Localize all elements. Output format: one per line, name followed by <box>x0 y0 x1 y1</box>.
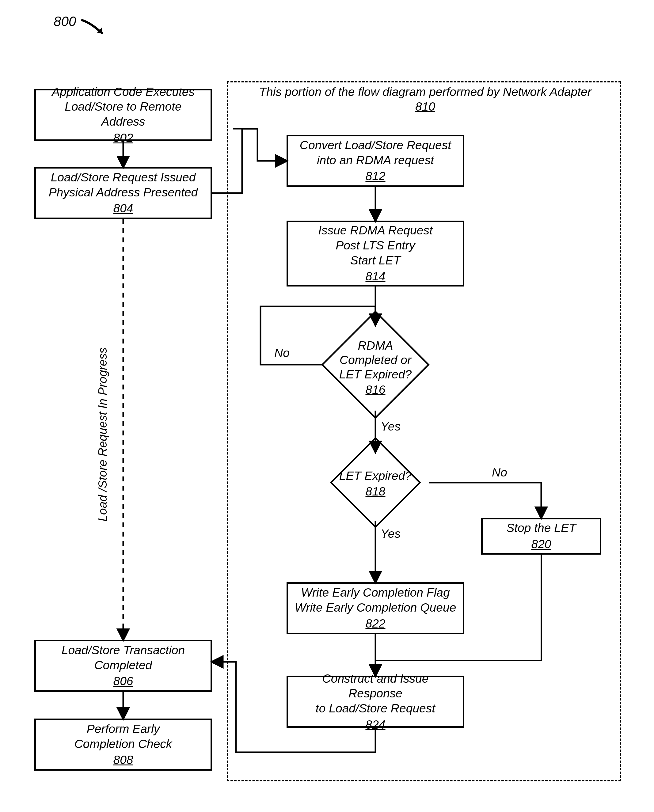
node-814-line3: Start LET <box>350 253 401 268</box>
node-822: Write Early Completion Flag Write Early … <box>287 582 464 634</box>
node-816-line3: LET Expired? <box>339 368 412 381</box>
node-818: LET Expired? 818 <box>306 443 445 522</box>
node-814-line2: Post LTS Entry <box>336 238 415 253</box>
node-820-ref: 820 <box>531 537 551 552</box>
node-814: Issue RDMA Request Post LTS Entry Start … <box>287 221 464 287</box>
node-814-ref: 814 <box>365 269 385 284</box>
node-808: Perform Early Completion Check 808 <box>34 719 212 771</box>
progress-side-label: Load /Store Request In Progress <box>96 338 109 522</box>
network-adapter-region-title: This portion of the flow diagram perform… <box>245 85 605 113</box>
node-814-line1: Issue RDMA Request <box>318 223 433 238</box>
node-816-line1: RDMA <box>358 339 393 352</box>
node-804-line1: Load/Store Request Issued <box>51 170 196 185</box>
node-802-line1: Application Code Executes <box>52 85 195 99</box>
edge-818-yes-label: Yes <box>380 527 400 540</box>
node-812: Convert Load/Store Request into an RDMA … <box>287 135 464 187</box>
node-806-line2: Completed <box>95 658 152 673</box>
node-816: RDMA Completed or LET Expired? 816 <box>306 316 445 414</box>
node-812-ref: 812 <box>365 169 385 184</box>
node-804-line2: Physical Address Presented <box>49 185 198 200</box>
node-806: Load/Store Transaction Completed 806 <box>34 640 212 692</box>
node-824-line2: to Load/Store Request <box>316 701 435 716</box>
node-818-line1: LET Expired? <box>339 469 412 482</box>
node-822-line2: Write Early Completion Queue <box>295 600 456 615</box>
node-808-line1: Perform Early <box>87 722 160 737</box>
network-adapter-region-title-text: This portion of the flow diagram perform… <box>259 85 591 98</box>
node-808-line2: Completion Check <box>75 737 172 752</box>
edge-816-no-label: No <box>274 346 290 360</box>
edge-816-yes-label: Yes <box>380 420 400 433</box>
node-812-line1: Convert Load/Store Request <box>300 138 451 153</box>
figure-number: 800 <box>53 14 76 29</box>
node-806-line1: Load/Store Transaction <box>62 643 185 658</box>
figure-arrow-icon <box>78 17 115 44</box>
node-820-line1: Stop the LET <box>506 520 576 536</box>
node-802-line2: Load/Store to Remote Address <box>42 99 205 129</box>
node-824: Construct and Issue Response to Load/Sto… <box>287 676 464 728</box>
node-824-ref: 824 <box>365 717 385 732</box>
node-820: Stop the LET 820 <box>481 518 601 555</box>
node-822-line1: Write Early Completion Flag <box>301 585 449 600</box>
node-812-line2: into an RDMA request <box>317 153 434 168</box>
node-816-ref: 816 <box>306 383 445 397</box>
edge-818-no-label: No <box>492 466 507 479</box>
node-802: Application Code Executes Load/Store to … <box>34 89 212 141</box>
node-818-ref: 818 <box>306 484 445 499</box>
network-adapter-region-ref: 810 <box>245 100 605 113</box>
node-804: Load/Store Request Issued Physical Addre… <box>34 167 212 219</box>
node-808-ref: 808 <box>113 752 133 768</box>
node-806-ref: 806 <box>113 674 133 689</box>
node-822-ref: 822 <box>365 616 385 631</box>
node-816-line2: Completed or <box>339 353 411 366</box>
node-804-ref: 804 <box>113 201 133 216</box>
node-824-line1: Construct and Issue Response <box>294 672 457 701</box>
node-802-ref: 802 <box>113 131 133 145</box>
